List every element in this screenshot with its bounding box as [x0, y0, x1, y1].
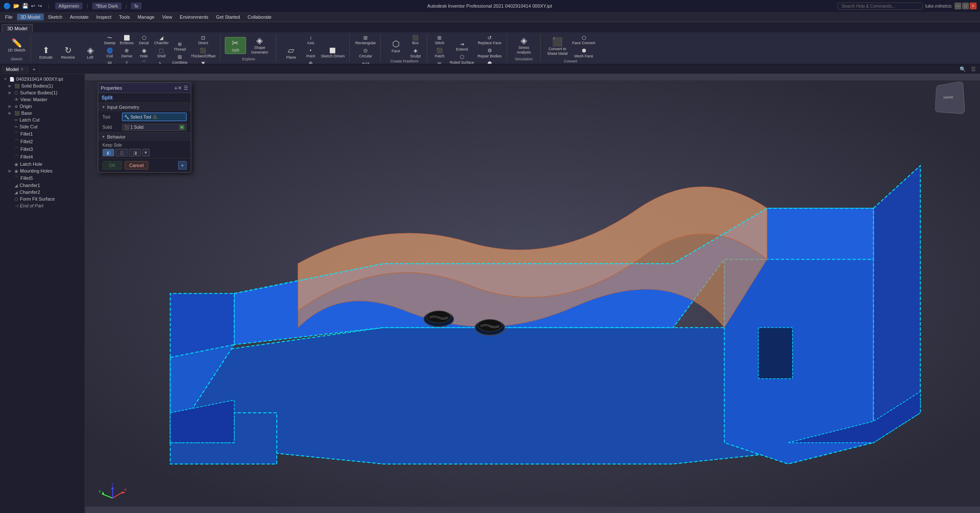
ribbon-btn-derive[interactable]: ⊕ Derive — [119, 47, 135, 59]
keep-side-both-button[interactable]: ◫ — [116, 149, 127, 156]
menu-3d-model[interactable]: 3D Model — [17, 14, 44, 20]
ribbon-btn-mirror[interactable]: ⟺ Mirror — [354, 60, 377, 64]
ribbon-btn-split[interactable]: ✂ Split — [225, 37, 246, 54]
maximize-button[interactable]: □ — [962, 3, 969, 9]
tree-item-chamfer2[interactable]: ◢ Chamfer2 — [0, 189, 85, 196]
ribbon-btn-fillet[interactable]: ⌒ Fillet — [136, 60, 152, 64]
tree-item-side-cut[interactable]: ✂ Side Cut — [0, 123, 85, 130]
ribbon-btn-face[interactable]: ⬡ Face — [385, 38, 406, 55]
keep-side-left-button[interactable]: ◧ — [102, 149, 114, 156]
section-header-behavior[interactable]: ▼ Behavior — [98, 133, 191, 141]
tree-item-end-of-part[interactable]: ⊣ End of Part — [0, 202, 85, 209]
ribbon-btn-import[interactable]: ⇩ Import — [119, 60, 135, 64]
ribbon-btn-delete-face[interactable]: ✖ Delete Face — [190, 60, 217, 64]
ribbon-btn-direct[interactable]: ⊡ Direct — [190, 34, 217, 46]
keep-side-right-button[interactable]: ◨ — [129, 149, 141, 156]
ribbon-btn-thread[interactable]: ⊚ Thread — [171, 40, 189, 53]
tree-item-view-master[interactable]: 👁 View: Master — [0, 96, 85, 103]
ribbon-btn-emboss[interactable]: ⬜ Emboss — [119, 34, 135, 46]
ribbon-btn-shape-generator[interactable]: ◈ Shape Generator — [247, 35, 272, 56]
tree-item-surface-bodies[interactable]: ▶ ⬡ Surface Bodies(1) — [0, 89, 85, 96]
ribbon-btn-decal[interactable]: ⬡ Decal — [136, 34, 152, 46]
ribbon-btn-stress-analysis[interactable]: ◈ Stress Analysis — [511, 35, 537, 56]
ribbon-btn-box-ff[interactable]: ⬛ Box — [407, 34, 423, 46]
menu-environments[interactable]: Environments — [176, 14, 212, 20]
save-icon[interactable]: 💾 — [22, 3, 28, 9]
tree-item-latch-hole[interactable]: ◉ Latch Hole — [0, 161, 85, 167]
sidebar-search-icon[interactable]: 🔍 — [957, 66, 969, 72]
tree-item-latch-cut[interactable]: ✂ Latch Cut — [0, 116, 85, 123]
ribbon-btn-extend[interactable]: ⇥ Extend — [448, 40, 475, 53]
ribbon-btn-patch[interactable]: ⬛ Patch — [431, 47, 448, 59]
ribbon-btn-ucs[interactable]: ⊕ UCS — [303, 60, 319, 64]
redo-icon[interactable]: ↪ — [38, 3, 42, 9]
add-model-tab[interactable]: + — [28, 66, 40, 73]
formula-bar[interactable]: fx — [131, 3, 142, 9]
menu-sketch[interactable]: Sketch — [45, 14, 66, 20]
tool-value[interactable]: 🔧 Select Tool ⚠ — [122, 113, 187, 121]
ribbon-btn-plane[interactable]: ▱ Plane — [280, 45, 302, 61]
file-icon[interactable]: 📂 — [13, 3, 20, 9]
ribbon-btn-thicken[interactable]: ⬛ Thicken/Offset — [190, 47, 217, 59]
panel-close-button[interactable]: ✕ — [178, 85, 182, 91]
viewcube-box[interactable]: Home — [935, 81, 965, 114]
tree-item-fillet1[interactable]: ⌒ Fillet1 — [0, 130, 85, 138]
tree-item-solid-bodies[interactable]: ▶ ⬛ Solid Bodies(1) — [0, 82, 85, 89]
viewport[interactable]: Properties + ✕ ☰ Split ▼ Input Geometry … — [85, 74, 980, 513]
ribbon-btn-face-convert[interactable]: ⬡ Face Convert — [571, 34, 597, 46]
ribbon-btn-hole[interactable]: ◉ Hole — [136, 47, 152, 59]
ribbon-btn-sweep[interactable]: 〜 Sweep — [102, 34, 118, 46]
menu-manage[interactable]: Manage — [134, 14, 158, 20]
ribbon-btn-stitch[interactable]: ⊞ Stitch — [431, 34, 448, 46]
minimize-button[interactable]: ─ — [955, 3, 961, 9]
panel-menu-button[interactable]: ☰ — [184, 85, 188, 91]
ribbon-btn-extrude[interactable]: ⬆ Extrude — [35, 45, 57, 61]
sidebar-menu-icon[interactable]: ☰ — [969, 66, 978, 72]
tree-item-fillet2[interactable]: ⌒ Fillet2 — [0, 138, 85, 145]
ribbon-btn-chamfer[interactable]: ◢ Chamfer — [153, 34, 170, 46]
menu-file[interactable]: File — [2, 14, 16, 20]
expand-panel-button[interactable]: + — [178, 161, 187, 170]
solid-value[interactable]: ⬛ 1 Solid + — [122, 124, 187, 131]
ribbon-btn-combine[interactable]: ⊞ Combine — [171, 53, 189, 64]
model-tab-close[interactable]: ✕ — [20, 67, 24, 71]
ribbon-btn-circular[interactable]: ⊙ Circular — [354, 47, 377, 59]
model-tab-main[interactable]: Model ✕ — [2, 66, 28, 73]
solid-append-button[interactable]: + — [179, 125, 184, 130]
undo-icon[interactable]: ↩ — [31, 3, 35, 9]
ribbon-btn-fit-mesh-face[interactable]: ⬢ Fit Mesh Face — [476, 60, 503, 64]
menu-collaborate[interactable]: Collaborate — [244, 14, 275, 20]
ribbon-btn-draft[interactable]: ◺ Draft — [153, 60, 170, 64]
ribbon-btn-ruled-surface[interactable]: ⬡ Ruled Surface — [448, 53, 475, 64]
tree-item-filename[interactable]: ▼ 📄 0402910414 000XY.ipt — [0, 76, 85, 82]
ribbon-btn-coil[interactable]: 🌀 Coil — [102, 47, 118, 59]
tree-item-fillet3[interactable]: ⌒ Fillet3 — [0, 145, 85, 153]
keep-side-dropdown[interactable]: ▼ — [142, 149, 150, 156]
close-button[interactable]: ✕ — [970, 3, 977, 9]
ribbon-btn-replace-face[interactable]: ↺ Replace Face — [476, 34, 503, 46]
tree-item-mounting-holes[interactable]: ▶ ◉ Mounting Holes — [0, 167, 85, 174]
ribbon-btn-sculpt[interactable]: ◈ Sculpt — [407, 47, 423, 59]
ribbon-btn-rib[interactable]: ⊟ Rib — [102, 60, 118, 64]
ribbon-btn-mesh-face[interactable]: ⬢ Mesh Face — [571, 47, 597, 59]
tree-item-fillet5[interactable]: ⌒ Fillet5 — [0, 174, 85, 182]
theme-selector[interactable]: *Blue Dark — [92, 3, 122, 9]
ribbon-btn-convert-sheet[interactable]: ⬛ Convert to Sheet Metal — [545, 36, 570, 57]
section-header-input-geometry[interactable]: ▼ Input Geometry — [98, 103, 191, 111]
ribbon-btn-rectangular[interactable]: ⊞ Rectangular — [354, 34, 377, 46]
profile-selector[interactable]: Allgemein — [55, 3, 82, 9]
menu-view[interactable]: View — [159, 14, 176, 20]
ribbon-btn-2d-sketch[interactable]: ✏️ 2D Sketch — [6, 37, 27, 54]
tree-item-fillet4[interactable]: ⌒ Fillet4 — [0, 153, 85, 161]
ribbon-btn-loft[interactable]: ◈ Loft — [79, 45, 101, 61]
viewcube[interactable]: Home — [933, 82, 967, 116]
ribbon-btn-axis[interactable]: ↕ Axis — [303, 34, 319, 46]
ribbon-btn-sketch-driven[interactable]: ⬜ Sketch Driven — [320, 47, 346, 59]
menu-get-started[interactable]: Get Started — [212, 14, 243, 20]
tree-item-base[interactable]: ▶ ⬛ Base — [0, 110, 85, 116]
menu-inspect[interactable]: Inspect — [93, 14, 115, 20]
menu-tools[interactable]: Tools — [116, 14, 133, 20]
menu-annotate[interactable]: Annotate — [66, 14, 92, 20]
ribbon-btn-shell[interactable]: ⬚ Shell — [153, 47, 170, 59]
ribbon-btn-trim[interactable]: ✂ Trim — [431, 60, 448, 64]
